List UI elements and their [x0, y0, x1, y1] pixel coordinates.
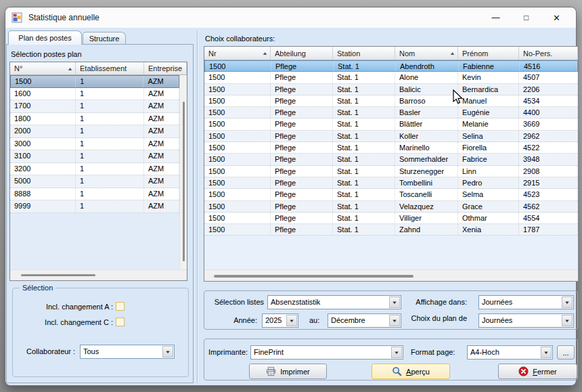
table-cell: Fabienne	[459, 61, 520, 71]
annee-select[interactable]: 2025 ▼	[262, 313, 298, 328]
table-cell: Pflege	[271, 72, 333, 83]
table-row[interactable]: 1500PflegeStat. 1BarrosoManuel4534	[204, 95, 578, 107]
column-header[interactable]: Nr▲	[204, 47, 271, 60]
table-row[interactable]: 17001AZM	[10, 100, 179, 113]
table-cell: 1700	[10, 100, 76, 112]
column-label: Etablissement	[80, 64, 141, 72]
table-row[interactable]: 1500PflegeStat. 1BalicicBernardica2206	[204, 84, 578, 95]
affichage-dans-select[interactable]: Journées ▼	[478, 295, 574, 309]
chevron-down-icon: ▼	[564, 319, 570, 323]
table-cell: Fiorella	[458, 142, 519, 153]
selection-listes-value: Absenzstatistik	[268, 296, 388, 309]
dropdown-button[interactable]: ▼	[541, 347, 552, 358]
selection-listes-select[interactable]: Absenzstatistik ▼	[267, 295, 401, 309]
dropdown-button[interactable]: ▼	[389, 297, 400, 308]
dropdown-button[interactable]: ▼	[562, 315, 573, 326]
printer-icon	[266, 366, 276, 376]
table-cell: Pflege	[271, 201, 333, 212]
table-row[interactable]: 16001AZM	[10, 88, 179, 101]
table-row[interactable]: 1500PflegeStat. 1ToscanelliSelma4523	[204, 189, 578, 200]
horizontal-scrollbar[interactable]	[204, 269, 578, 281]
table-row[interactable]: 18001AZM	[10, 113, 179, 126]
scrollbar-thumb[interactable]	[21, 274, 95, 276]
table-cell: 2962	[519, 131, 578, 141]
table-cell: 1787	[519, 224, 578, 235]
table-cell: 1	[76, 175, 144, 188]
dropdown-button[interactable]: ▼	[391, 347, 402, 358]
imprimer-button[interactable]: Imprimer	[249, 364, 327, 379]
dropdown-button[interactable]: ▼	[562, 297, 573, 308]
column-header[interactable]: Nom▲	[395, 47, 458, 60]
table-cell: Stat. 1	[333, 72, 395, 83]
table-row[interactable]: 1500PflegeStat. 1BlättlerMelanie3669	[204, 118, 578, 130]
horizontal-scrollbar[interactable]	[10, 269, 187, 280]
format-page-value: A4-Hoch	[468, 346, 540, 359]
vertical-scrollbar[interactable]	[179, 75, 187, 269]
collaborateur-select[interactable]: Tous ▼	[80, 345, 175, 359]
column-header[interactable]: Entreprise	[144, 62, 187, 74]
dropdown-button[interactable]: ▼	[389, 315, 400, 326]
mois-select[interactable]: Décembre ▼	[328, 313, 401, 328]
column-header[interactable]: Prénom	[458, 47, 519, 60]
incl-changement-a-checkbox[interactable]	[116, 302, 125, 311]
table-row[interactable]: 1500PflegeStat. 1VilligerOthmar4554	[204, 213, 578, 224]
table-row[interactable]: 1500PflegeStat. 1SommerhalderFabrice3948	[204, 154, 578, 165]
format-page-select[interactable]: A4-Hoch ▼	[467, 345, 553, 360]
apercu-button[interactable]: Aperçu	[372, 364, 450, 379]
window-title: Statistique annuelle	[28, 13, 480, 22]
table-row[interactable]: 1500PflegeStat. 1KollerSelina2962	[204, 131, 578, 142]
dropdown-button[interactable]: ▼	[162, 346, 173, 357]
maximize-button[interactable]: □	[511, 7, 541, 28]
table-row[interactable]: 30001AZM	[10, 138, 179, 151]
table-row[interactable]: 20001AZM	[10, 125, 179, 138]
dropdown-button[interactable]: ▼	[286, 315, 297, 326]
section-label: Sélection postes plan	[11, 50, 82, 58]
column-header[interactable]: Station	[333, 47, 395, 60]
column-header[interactable]: Abteilung	[271, 47, 333, 60]
sort-asc-icon: ▲	[449, 51, 455, 56]
browse-button[interactable]: ...	[557, 345, 575, 360]
tab-structure[interactable]: Structure	[83, 32, 126, 45]
table-row[interactable]: 15001AZM	[10, 75, 179, 88]
column-header[interactable]: No-Pers.	[519, 47, 578, 60]
table-row[interactable]: 31001AZM	[10, 150, 179, 163]
table-row[interactable]: 1500PflegeStat. 1AloneKevin4507	[204, 72, 578, 83]
table-cell: Balicic	[395, 84, 458, 95]
scrollbar-thumb[interactable]	[183, 102, 185, 261]
table-row[interactable]: 1500PflegeStat. 1SturzeneggerLinn2908	[204, 166, 578, 177]
table-cell: Melanie	[458, 118, 519, 129]
table-cell: 1	[76, 138, 144, 150]
table-row[interactable]: 1500PflegeStat. 1ZahndXenia1787	[204, 224, 578, 236]
tab-plan-des-postes[interactable]: Plan des postes	[8, 30, 82, 45]
choix-collaborateurs-label: Choix collaborateurs:	[205, 35, 275, 43]
format-page-label: Format page:	[411, 348, 455, 356]
table-cell: Stat. 1	[333, 154, 395, 165]
column-header[interactable]: N°▲	[10, 62, 76, 74]
choix-du-plan-value: Journées	[479, 314, 561, 327]
table-row[interactable]: 88881AZM	[10, 188, 179, 201]
scrollbar-thumb[interactable]	[214, 275, 413, 278]
groupbox-title: Sélection	[20, 284, 55, 292]
table-cell: Basler	[395, 107, 458, 118]
incl-changement-c-checkbox[interactable]	[116, 318, 125, 326]
imprimante-select[interactable]: FinePrint ▼	[250, 345, 403, 360]
affichage-dans-value: Journées	[479, 296, 561, 309]
table-cell: 1500	[204, 107, 271, 118]
table-row[interactable]: 1500PflegeStat. 1VelazquezGrace4562	[204, 201, 578, 213]
choix-du-plan-select[interactable]: Journées ▼	[478, 313, 574, 328]
table-row[interactable]: 99991AZM	[10, 200, 179, 213]
table-row[interactable]: 1500PflegeStat. 1MarinelloFiorella4522	[204, 142, 578, 154]
fermer-button[interactable]: Fermer	[498, 364, 577, 379]
table-row[interactable]: 50001AZM	[10, 175, 179, 188]
table-row[interactable]: 1500PflegeStat. 1TombelliniPedro2915	[204, 177, 578, 189]
table-row[interactable]: 1500PflegeStat. 1BaslerEugénie4400	[204, 107, 578, 118]
column-header[interactable]: Etablissement	[76, 62, 144, 74]
close-button[interactable]: ✕	[541, 7, 572, 28]
table-body: 15001AZM16001AZM17001AZM18001AZM20001AZM…	[10, 75, 187, 280]
table-cell: 4523	[519, 189, 578, 200]
minimize-button[interactable]: —	[480, 7, 511, 28]
table-cell: 2206	[519, 84, 578, 95]
table-row[interactable]: 1500PflegeStat. 1AbendrothFabienne4516	[204, 60, 578, 72]
table-cell: Pflege	[271, 166, 333, 177]
table-row[interactable]: 32001AZM	[10, 163, 179, 176]
